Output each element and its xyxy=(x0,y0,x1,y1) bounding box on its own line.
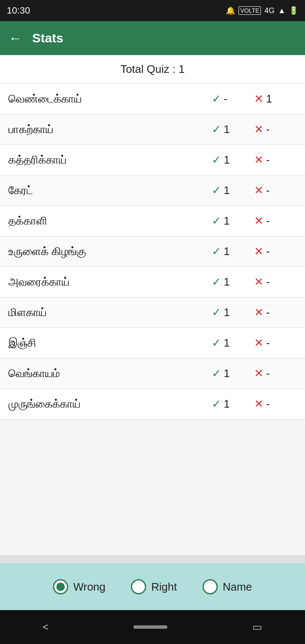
nav-recents-button[interactable]: ▭ xyxy=(252,621,262,633)
wrong-count-7: - xyxy=(266,306,270,319)
row-wrong-6: ✕ - xyxy=(254,275,297,289)
x-icon-0: ✕ xyxy=(254,92,263,105)
row-name-10: முருங்கைக்காய் xyxy=(8,397,212,411)
nav-home-indicator[interactable] xyxy=(133,625,167,629)
table-row: தக்காளி ✓ 1 ✕ - xyxy=(0,206,305,236)
correct-count-1: 1 xyxy=(224,123,230,136)
table-row: வெங்காயம் ✓ 1 ✕ - xyxy=(0,358,305,389)
row-name-4: தக்காளி xyxy=(8,214,212,228)
radio-wrong-label: Wrong xyxy=(73,580,105,594)
x-icon-2: ✕ xyxy=(254,153,263,167)
main-content: Total Quiz : 1 வெண்டைக்காய் ✓ - ✕ 1 பாகற… xyxy=(0,55,305,555)
x-icon-4: ✕ xyxy=(254,214,263,228)
notification-icon: 🔔 xyxy=(226,6,235,15)
nav-bar: < ▭ xyxy=(0,610,305,644)
correct-count-0: - xyxy=(224,92,227,105)
check-icon-10: ✓ xyxy=(212,397,221,411)
row-name-9: வெங்காயம் xyxy=(8,367,212,380)
row-name-3: கேரட் xyxy=(8,184,212,197)
row-wrong-4: ✕ - xyxy=(254,214,297,228)
table-row: கத்தரிக்காய் ✓ 1 ✕ - xyxy=(0,145,305,175)
correct-count-3: 1 xyxy=(224,184,230,197)
x-icon-8: ✕ xyxy=(254,336,263,350)
app-bar: ← Stats xyxy=(0,21,305,55)
wrong-count-4: - xyxy=(266,214,270,228)
check-icon-6: ✓ xyxy=(212,275,221,289)
row-correct-2: ✓ 1 xyxy=(212,153,254,167)
table-row: கேரட் ✓ 1 ✕ - xyxy=(0,175,305,206)
row-wrong-7: ✕ - xyxy=(254,306,297,319)
radio-right-label: Right xyxy=(151,580,177,594)
row-correct-3: ✓ 1 xyxy=(212,184,254,197)
row-wrong-0: ✕ 1 xyxy=(254,92,297,105)
row-correct-0: ✓ - xyxy=(212,92,254,105)
correct-count-7: 1 xyxy=(224,306,230,319)
row-wrong-10: ✕ - xyxy=(254,397,297,411)
table-row: மிளகாய் ✓ 1 ✕ - xyxy=(0,297,305,328)
battery-icon: 🔋 xyxy=(289,6,298,15)
table-row: உருளைக் கிழங்கு ✓ 1 ✕ - xyxy=(0,236,305,267)
signal-4g-icon: 4G xyxy=(264,6,274,15)
table-row: இஞ்சி ✓ 1 ✕ - xyxy=(0,328,305,358)
wrong-count-10: - xyxy=(266,397,270,411)
x-icon-6: ✕ xyxy=(254,275,263,289)
check-icon-8: ✓ xyxy=(212,336,221,350)
check-icon-2: ✓ xyxy=(212,153,221,167)
x-icon-7: ✕ xyxy=(254,306,263,319)
x-icon-10: ✕ xyxy=(254,397,263,411)
row-correct-6: ✓ 1 xyxy=(212,275,254,289)
radio-name-circle[interactable] xyxy=(202,579,218,594)
check-icon-7: ✓ xyxy=(212,306,221,319)
table-row: அவரைக்காய் ✓ 1 ✕ - xyxy=(0,267,305,297)
row-correct-10: ✓ 1 xyxy=(212,397,254,411)
x-icon-5: ✕ xyxy=(254,245,263,258)
radio-right-circle[interactable] xyxy=(131,579,146,594)
radio-name[interactable]: Name xyxy=(202,579,252,594)
filter-bar: Wrong Right Name xyxy=(0,564,305,610)
x-icon-3: ✕ xyxy=(254,184,263,197)
wrong-count-2: - xyxy=(266,153,270,167)
row-name-6: அவரைக்காய் xyxy=(8,275,212,289)
correct-count-4: 1 xyxy=(224,214,230,228)
radio-wrong[interactable]: Wrong xyxy=(53,579,105,594)
nav-back-button[interactable]: < xyxy=(42,621,48,633)
table-row: பாகற்காய் ✓ 1 ✕ - xyxy=(0,114,305,145)
table-row: வெண்டைக்காய் ✓ - ✕ 1 xyxy=(0,84,305,114)
status-bar: 10:30 🔔 VOLTE 4G ▲ 🔋 xyxy=(0,0,305,21)
wrong-count-3: - xyxy=(266,184,270,197)
row-wrong-2: ✕ - xyxy=(254,153,297,167)
row-name-1: பாகற்காய் xyxy=(8,123,212,136)
row-wrong-5: ✕ - xyxy=(254,245,297,258)
row-name-2: கத்தரிக்காய் xyxy=(8,153,212,167)
row-wrong-1: ✕ - xyxy=(254,123,297,136)
row-correct-7: ✓ 1 xyxy=(212,306,254,319)
status-icons: 🔔 VOLTE 4G ▲ 🔋 xyxy=(226,6,298,15)
radio-name-label: Name xyxy=(223,580,252,594)
radio-right[interactable]: Right xyxy=(131,579,177,594)
total-quiz-row: Total Quiz : 1 xyxy=(0,55,305,84)
total-quiz-label: Total Quiz : 1 xyxy=(120,63,185,75)
table-row: முருங்கைக்காய் ✓ 1 ✕ - xyxy=(0,389,305,419)
row-wrong-9: ✕ - xyxy=(254,367,297,380)
wrong-count-8: - xyxy=(266,336,270,350)
volte-icon: VOLTE xyxy=(238,6,261,15)
row-correct-5: ✓ 1 xyxy=(212,245,254,258)
row-wrong-8: ✕ - xyxy=(254,336,297,350)
row-correct-4: ✓ 1 xyxy=(212,214,254,228)
page-title: Stats xyxy=(32,31,63,45)
signal-icon: ▲ xyxy=(278,6,286,15)
row-name-8: இஞ்சி xyxy=(8,336,212,350)
row-correct-1: ✓ 1 xyxy=(212,123,254,136)
correct-count-2: 1 xyxy=(224,153,230,167)
row-name-7: மிளகாய் xyxy=(8,306,212,319)
radio-wrong-circle[interactable] xyxy=(53,579,68,594)
back-button[interactable]: ← xyxy=(8,31,22,46)
row-correct-9: ✓ 1 xyxy=(212,367,254,380)
x-icon-1: ✕ xyxy=(254,123,263,136)
correct-count-10: 1 xyxy=(224,397,230,411)
wrong-count-0: 1 xyxy=(266,92,272,105)
correct-count-5: 1 xyxy=(224,245,230,258)
wrong-count-1: - xyxy=(266,123,270,136)
row-name-5: உருளைக் கிழங்கு xyxy=(8,245,212,258)
wrong-count-6: - xyxy=(266,275,270,289)
